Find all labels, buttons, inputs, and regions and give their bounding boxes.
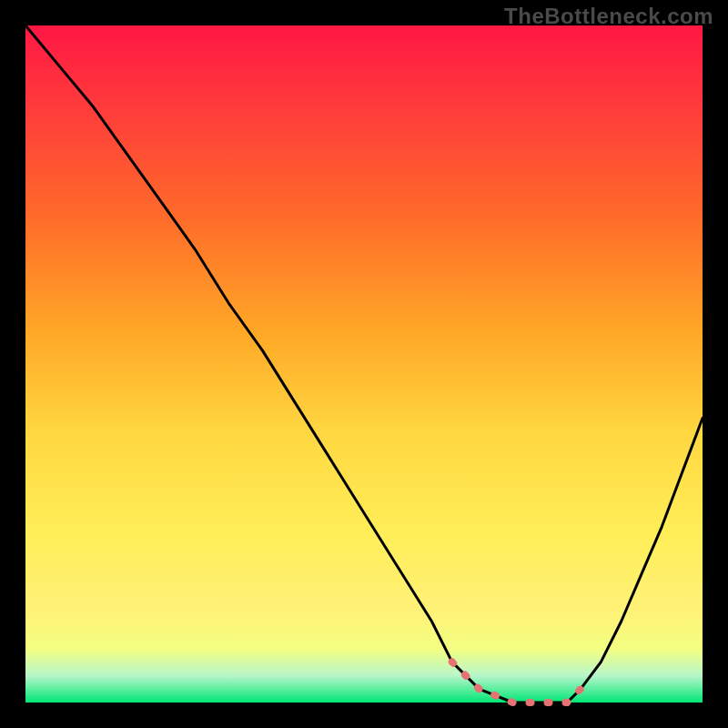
bottleneck-chart [0, 0, 728, 728]
plot-background [25, 25, 703, 703]
watermark-label: TheBottleneck.com [504, 4, 713, 29]
chart-container: TheBottleneck.com [0, 0, 728, 728]
